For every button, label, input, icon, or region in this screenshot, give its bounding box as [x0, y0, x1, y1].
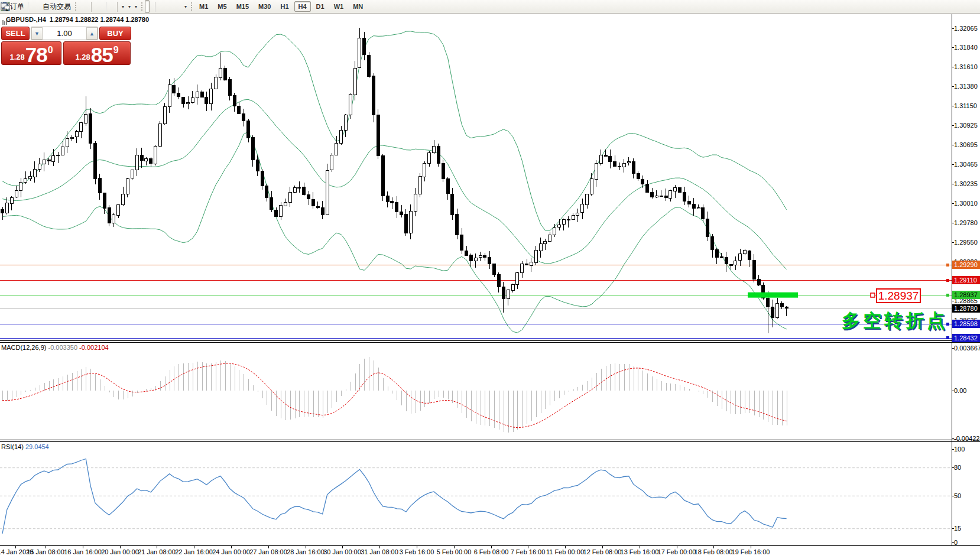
macd-panel[interactable]: [0, 343, 952, 440]
time-label: 24 Jan 00:00: [212, 548, 250, 555]
price-label: 1.30010: [954, 200, 978, 207]
macd-axis-label: 0.003667: [954, 344, 980, 352]
buy-price-big: 85: [91, 46, 113, 64]
toolbar-separator: [106, 2, 106, 12]
sell-price-sup: 0: [48, 45, 53, 56]
timeframe-button-m1[interactable]: M1: [195, 1, 212, 12]
tile-windows-icon[interactable]: [100, 1, 104, 12]
price-label: 1.31380: [954, 83, 978, 90]
timeframe-button-w1[interactable]: W1: [330, 1, 348, 12]
rsi-panel[interactable]: [0, 442, 952, 545]
line-anchor: [946, 336, 949, 339]
time-label: 11 Feb 00:00: [546, 548, 584, 555]
macd-axis-label: 0.00: [954, 387, 966, 395]
line-anchor: [946, 264, 949, 266]
rsi-axis-label: 80: [954, 464, 961, 472]
volume-value[interactable]: 1.00: [43, 27, 86, 40]
sell-price-small: 1.28: [9, 53, 24, 61]
sell-button[interactable]: SELL: [1, 27, 30, 40]
price-badge: 1.29110: [952, 276, 980, 284]
price-badge: 1.28598: [952, 320, 980, 328]
time-label: 5 Feb 00:00: [437, 548, 472, 555]
timeframe-button-m15[interactable]: M15: [232, 1, 253, 12]
toolbar-separator: [91, 2, 92, 12]
time-label: 20 Jan 00:00: [101, 548, 139, 555]
time-label: 19 Feb 16:00: [732, 548, 770, 555]
line-chart-icon[interactable]: [86, 1, 89, 12]
price-chart[interactable]: [0, 14, 952, 340]
price-badge: 1.28432: [952, 334, 980, 342]
price-label: 1.30235: [954, 180, 978, 188]
symbol-info: GBPUSD-,H4 1.28794 1.28822 1.28744 1.287…: [2, 16, 149, 23]
time-label: 15 Jan 08:00: [27, 548, 64, 555]
price-label: 1.30925: [954, 122, 978, 129]
time-label: 7 Feb 16:00: [511, 548, 546, 555]
price-label: 1.31840: [954, 44, 978, 51]
buy-button[interactable]: BUY: [99, 27, 131, 40]
timeframe-group: M1M5M15M30H1H4D1W1MN: [194, 1, 368, 12]
sell-price-button[interactable]: 1.28780: [1, 41, 61, 65]
panel-splitter[interactable]: [0, 340, 980, 341]
timeframe-button-h1[interactable]: H1: [276, 1, 293, 12]
chat-icon[interactable]: [975, 1, 979, 12]
toolbar-grip[interactable]: [74, 2, 77, 11]
price-badge: 1.28780: [952, 304, 980, 313]
one-click-trading-panel: SELL ▼ 1.00 ▲ BUY 1.28780 1.28859: [1, 27, 131, 65]
price-label: 1.29780: [954, 219, 978, 227]
time-label: 28 Jan 16:00: [287, 548, 324, 555]
sell-price-big: 78: [25, 46, 47, 64]
time-label: 6 Feb 08:00: [474, 548, 509, 555]
time-label: 31 Jan 08:00: [361, 548, 398, 555]
arrows-icon[interactable]: ▾: [182, 1, 189, 12]
price-label: 1.31150: [954, 102, 977, 110]
price-label: 1.30695: [954, 141, 978, 149]
top-toolbar: 新订单自动交易▾▾▾EFAT▾M1M5M15M30H1H4D1W1MN: [0, 0, 980, 14]
time-label: 12 Feb 08:00: [583, 548, 622, 555]
time-label: 13 Feb 16:00: [621, 548, 659, 555]
volume-increase-button[interactable]: ▲: [86, 27, 98, 40]
time-label: 27 Jan 08:00: [249, 548, 287, 555]
toolbar-grip[interactable]: [190, 2, 193, 11]
toolbar-separator: [117, 2, 118, 12]
price-label: 1.31610: [954, 63, 978, 71]
timeframe-button-mn[interactable]: MN: [349, 1, 367, 12]
macd-label: MACD(12,26,9) -0.003350 -0.002104: [1, 344, 109, 351]
timeframe-button-m30[interactable]: M30: [254, 1, 275, 12]
price-label: 1.32065: [954, 25, 978, 32]
time-axis: 14 Jan 202015 Jan 08:0016 Jan 16:0020 Ja…: [0, 545, 980, 559]
periods-icon[interactable]: ▾: [126, 1, 132, 12]
price-label: 1.29550: [954, 239, 978, 246]
new-chart-icon[interactable]: ▾: [119, 1, 126, 12]
toolbar-grip[interactable]: [141, 2, 143, 11]
time-label: 22 Jan 16:00: [175, 548, 213, 555]
volume-decrease-button[interactable]: ▼: [31, 27, 43, 40]
crosshair-icon[interactable]: [150, 1, 153, 12]
time-label: 30 Jan 00:00: [323, 548, 361, 555]
annotation-text[interactable]: 多空转折点: [842, 308, 948, 333]
symbol-label: GBPUSD-,H4: [6, 16, 46, 23]
toolbar-separator: [155, 2, 155, 12]
timeframe-button-m5[interactable]: M5: [213, 1, 231, 12]
rsi-axis-label: 100: [954, 446, 965, 453]
time-label: 3 Feb 16:00: [400, 548, 434, 555]
buy-price-small: 1.28: [75, 53, 90, 61]
price-badge: 1.29290: [952, 261, 980, 269]
line-anchor: [946, 279, 949, 282]
indicator-window-remove-icon[interactable]: [112, 1, 115, 12]
timeframe-button-h4[interactable]: H4: [294, 1, 311, 12]
indicators-icon[interactable]: ▾: [132, 1, 139, 12]
cursor-icon[interactable]: [145, 0, 150, 13]
time-label: 21 Jan 08:00: [138, 548, 176, 555]
rsi-label: RSI(14) 29.0454: [1, 443, 49, 450]
panel-splitter[interactable]: [0, 440, 980, 440]
time-label: 18 Feb 08:00: [695, 548, 733, 555]
rsi-axis-label: 15: [954, 525, 961, 532]
buy-price-button[interactable]: 1.28859: [63, 41, 131, 65]
volume-stepper[interactable]: ▼ 1.00 ▲: [31, 27, 98, 40]
timeframe-button-d1[interactable]: D1: [312, 1, 329, 12]
line-anchor: [946, 294, 949, 297]
auto-trading-button[interactable]: 自动交易: [41, 1, 73, 12]
macd-axis-label: -0.00422: [954, 435, 979, 443]
price-callout-label[interactable]: 1.28937: [876, 288, 921, 303]
price-badge: 1.28937: [952, 291, 980, 299]
